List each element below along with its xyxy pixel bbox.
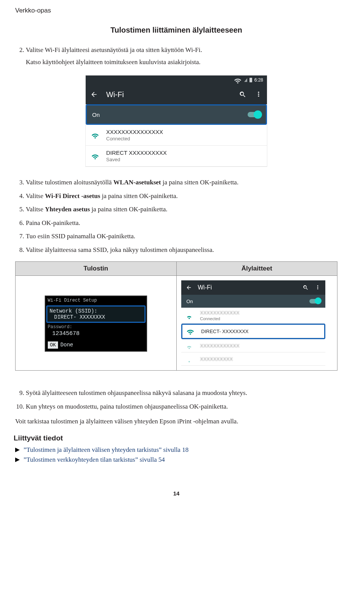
th-printer: Tulostin [16, 262, 177, 276]
on-row[interactable]: On [87, 105, 266, 124]
wifi-icon [185, 355, 193, 363]
more-icon[interactable] [255, 91, 262, 98]
t: Valitse [26, 192, 45, 200]
back-icon[interactable] [90, 91, 98, 98]
related-link-1[interactable]: ”Tulostimen ja älylaitteen välisen yhtey… [24, 446, 188, 454]
network-row-1[interactable]: XXXXXXXXXXXXXXX Connected [86, 125, 267, 146]
compare-table: Tulostin Älylaitteet Wi-Fi Direct Setup … [15, 261, 337, 371]
wifi-small-icon [234, 76, 242, 84]
step-7: Tuo esiin SSID painamalla OK-painiketta. [26, 231, 337, 241]
lcd-highlight: Network (SSID): DIRECT- XXXXXXXX [46, 305, 146, 323]
doc-title: Verkko-opas [15, 7, 337, 14]
lcd-ok: OK [48, 341, 58, 349]
phone-figure-1: 6:28 Wi-Fi On [85, 75, 267, 167]
wifi-icon [185, 311, 193, 320]
network-ssid: DIRECT- XXXXXXXX [201, 329, 249, 334]
phone-header: Wi-Fi [181, 280, 325, 295]
phone-title: Wi-Fi [198, 284, 212, 291]
network-row-2[interactable]: DIRECT XXXXXXXXXX Saved [86, 146, 267, 167]
wifi-icon [91, 152, 99, 160]
direct-highlight: DIRECT- XXXXXXXX [181, 324, 325, 339]
related-list: ”Tulostimen ja älylaitteen välisen yhtey… [15, 446, 337, 464]
step-8: Valitse älylaitteessa sama SSID, joka nä… [26, 245, 337, 255]
phone-figure-2: Wi-Fi On [181, 280, 325, 366]
network-row-blur-2[interactable]: XXXXXXXXXXXX [181, 339, 325, 352]
battery-icon [249, 78, 252, 82]
related-item-2: ”Tulostimen verkkoyhteyden tilan tarkist… [15, 456, 337, 464]
step-4: Valitse Wi-Fi Direct -asetus ja paina si… [26, 191, 337, 201]
step-2: Valitse Wi-Fi älylaitteesi asetusnäytöst… [26, 45, 337, 67]
network-ssid: DIRECT XXXXXXXXXX [106, 149, 167, 156]
t: Valitse [26, 206, 45, 213]
wifi-icon [186, 327, 195, 335]
step-5: Valitse Yhteyden asetus ja paina sitten … [26, 204, 337, 214]
lcd-done: Done [60, 342, 73, 348]
wifi-icon [185, 341, 193, 350]
closing-para: Voit tarkistaa tulostimen ja älylaitteen… [15, 417, 337, 426]
more-icon[interactable] [315, 285, 321, 291]
on-label: On [92, 112, 100, 118]
t: Yhteyden asetus [45, 206, 90, 213]
clock-text: 6:28 [254, 77, 263, 83]
phone-statusbar: 6:28 [86, 75, 267, 85]
related-link-2[interactable]: ”Tulostimen verkkoyhteyden tilan tarkist… [24, 456, 165, 464]
t: ja paina sitten OK-painiketta. [161, 179, 238, 186]
td-device: Wi-Fi On [176, 276, 337, 371]
network-status: Connected [200, 316, 240, 321]
step-9: Syötä älylaitteeseen tulostimen ohjauspa… [26, 388, 337, 398]
network-status: Saved [106, 157, 167, 162]
phone-title: Wi-Fi [106, 90, 124, 99]
related-item-1: ”Tulostimen ja älylaitteen välisen yhtey… [15, 446, 337, 454]
step-2-text: Valitse Wi-Fi älylaitteesi asetusnäytöst… [26, 46, 202, 53]
step-2-sub: Katso käyttöohjeet älylaitteen toimituks… [26, 57, 337, 67]
printer-lcd: Wi-Fi Direct Setup Network (SSID): DIREC… [45, 296, 147, 352]
ssid-blur: XXXXXXXXXX [200, 356, 233, 362]
t: Wi-Fi Direct -asetus [45, 192, 100, 200]
arrow-icon [15, 458, 20, 462]
on-label: On [187, 299, 193, 304]
ssid-blur: XXXXXXXXXXXX [200, 310, 240, 316]
arrow-icon [15, 448, 20, 452]
th-device: Älylaitteet [176, 262, 337, 276]
network-status: Connected [106, 136, 163, 142]
related-title: Liittyvät tiedot [14, 434, 337, 442]
back-icon[interactable] [186, 285, 192, 291]
step-3: Valitse tulostimen aloitusnäytöllä WLAN-… [26, 178, 337, 187]
on-row[interactable]: On [181, 295, 325, 308]
lcd-value: DIRECT- XXXXXXXX [50, 314, 142, 320]
step-list-a: Valitse Wi-Fi älylaitteesi asetusnäytöst… [26, 45, 337, 67]
wifi-toggle[interactable] [309, 299, 320, 304]
page-number: 14 [15, 490, 337, 497]
ssid-blur: XXXXXXXXXXXX [200, 343, 240, 349]
search-icon[interactable] [239, 91, 246, 98]
wifi-icon [91, 131, 99, 139]
step-6: Paina OK-painiketta. [26, 218, 337, 228]
network-row-blur-3[interactable]: XXXXXXXXXX [181, 352, 325, 366]
signal-icon [244, 78, 247, 82]
section-title: Tulostimen liittäminen älylaitteeseen [15, 26, 337, 35]
lcd-label: Password: [46, 324, 146, 330]
network-row-direct[interactable]: DIRECT- XXXXXXXX [182, 325, 324, 338]
step-list-c: Syötä älylaitteeseen tulostimen ohjauspa… [26, 388, 337, 411]
t: ja paina sitten OK-painiketta. [90, 206, 167, 213]
td-printer: Wi-Fi Direct Setup Network (SSID): DIREC… [16, 276, 177, 371]
network-ssid: XXXXXXXXXXXXXXX [106, 129, 163, 135]
t: Valitse tulostimen aloitusnäytöllä [26, 179, 113, 186]
t: WLAN-asetukset [113, 179, 161, 186]
step-list-b: Valitse tulostimen aloitusnäytöllä WLAN-… [26, 178, 337, 255]
network-row-blur-1[interactable]: XXXXXXXXXXXXConnected [181, 308, 325, 324]
step-10: Kun yhteys on muodostettu, paina tulosti… [26, 402, 337, 412]
wifi-toggle[interactable] [248, 112, 260, 117]
on-toggle-highlight: On [86, 104, 267, 125]
search-icon[interactable] [303, 285, 309, 291]
lcd-label: Network (SSID): [50, 308, 142, 314]
lcd-value: 12345678 [46, 330, 146, 339]
t: ja paina sitten OK-painiketta. [100, 192, 177, 200]
lcd-title: Wi-Fi Direct Setup [46, 296, 146, 305]
phone-header: Wi-Fi [86, 85, 267, 104]
